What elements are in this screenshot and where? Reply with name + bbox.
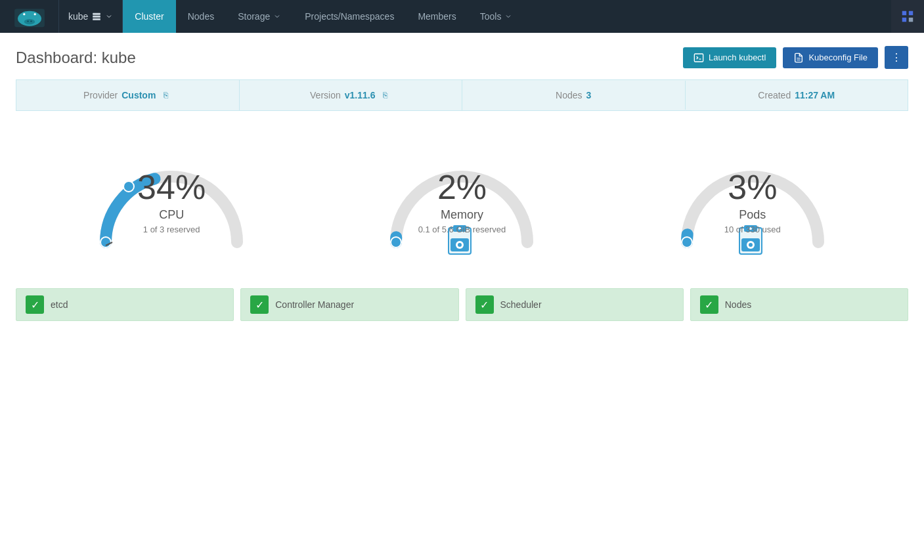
nav-item-cluster[interactable]: Cluster (123, 0, 175, 33)
status-check-nodes: ✓ (700, 295, 718, 314)
more-actions-button[interactable]: ⋮ (885, 46, 908, 69)
status-label-etcd: etcd (51, 299, 68, 310)
status-check-controller-manager: ✓ (250, 295, 269, 314)
svg-point-19 (100, 237, 111, 248)
cpu-label: CPU (137, 208, 206, 222)
svg-rect-14 (902, 18, 906, 22)
pods-gauge-center: 3% Pods 10 of 330 used (724, 170, 781, 234)
svg-point-8 (30, 20, 32, 22)
status-label-nodes: Nodes (725, 299, 751, 310)
info-created: Created 11:27 AM (686, 81, 908, 110)
svg-point-22 (391, 237, 401, 248)
memory-sub: 0.1 of 5.6 GiB reserved (418, 225, 506, 234)
page-header: Dashboard: kube Launch kubectl Kub (0, 33, 924, 79)
nav-right (891, 0, 924, 33)
terminal-icon (693, 53, 704, 63)
cpu-sub: 1 of 3 reserved (137, 225, 206, 234)
copy-provider-icon[interactable]: ⎘ (160, 89, 171, 101)
svg-rect-15 (909, 18, 913, 22)
memory-label: Memory (418, 208, 506, 222)
status-label-scheduler: Scheduler (500, 299, 542, 310)
storage-dropdown-icon (273, 12, 281, 20)
svg-point-6 (24, 19, 34, 24)
nav-item-tools[interactable]: Tools (468, 0, 525, 33)
status-label-controller-manager: Controller Manager (275, 299, 354, 310)
status-scheduler: ✓ Scheduler (466, 288, 684, 321)
status-etcd: ✓ etcd (16, 288, 234, 321)
page-title: Dashboard: kube (16, 49, 136, 67)
info-nodes: Nodes 3 (462, 81, 686, 110)
svg-point-7 (27, 20, 28, 22)
nav-item-nodes[interactable]: Nodes (176, 0, 226, 33)
pods-sub: 10 of 330 used (724, 225, 781, 234)
svg-point-4 (23, 13, 25, 15)
memory-gauge: 2% Memory 0.1 of 5.6 GiB reserved (363, 131, 560, 262)
header-actions: Launch kubectl Kubeconfig File ⋮ (683, 46, 908, 69)
svg-point-35 (749, 243, 753, 247)
status-controller-manager: ✓ Controller Manager (240, 288, 458, 321)
svg-rect-12 (902, 11, 906, 15)
copy-version-icon[interactable]: ⎘ (379, 89, 391, 101)
content-wrapper: Dashboard: kube Launch kubectl Kub (0, 33, 924, 560)
chevron-down-icon (105, 12, 113, 20)
nav-item-members[interactable]: Members (406, 0, 468, 33)
status-check-scheduler: ✓ (475, 295, 494, 314)
pods-gauge: 3% Pods 10 of 330 used (654, 131, 851, 262)
status-nodes: ✓ Nodes (690, 288, 908, 321)
svg-point-28 (458, 243, 462, 247)
svg-point-5 (33, 13, 35, 15)
brand-logo[interactable] (0, 0, 59, 33)
info-bar: Provider Custom ⎘ Version v1.11.6 ⎘ Node… (16, 79, 908, 111)
file-icon (793, 53, 804, 63)
nav-apps-icon[interactable] (891, 0, 924, 33)
svg-rect-11 (93, 18, 101, 20)
cpu-gauge-center: 34% CPU 1 of 3 reserved (137, 170, 206, 234)
tools-dropdown-icon (504, 12, 512, 20)
server-icon (92, 12, 101, 21)
memory-gauge-center: 2% Memory 0.1 of 5.6 GiB reserved (418, 170, 506, 234)
gauges-section: 34% CPU 1 of 3 reserved (0, 111, 924, 275)
svg-point-20 (123, 181, 134, 192)
kubeconfig-button[interactable]: Kubeconfig File (783, 47, 878, 68)
nav-item-projects[interactable]: Projects/Namespaces (293, 0, 406, 33)
nav-item-storage[interactable]: Storage (226, 0, 293, 33)
svg-rect-16 (694, 54, 703, 62)
status-check-etcd: ✓ (26, 295, 44, 314)
cpu-gauge: 34% CPU 1 of 3 reserved (73, 131, 270, 262)
svg-rect-10 (93, 16, 101, 18)
info-version: Version v1.11.6 ⎘ (240, 80, 463, 110)
status-bar: ✓ etcd ✓ Controller Manager ✓ Scheduler … (0, 275, 924, 334)
info-provider: Provider Custom ⎘ (16, 80, 240, 110)
nav-items: Cluster Nodes Storage Projects/Namespace… (123, 0, 891, 33)
cluster-name: kube (68, 11, 88, 22)
navbar: kube Cluster Nodes Storage Projects/Name… (0, 0, 924, 33)
svg-rect-13 (909, 11, 913, 15)
svg-point-29 (682, 237, 692, 248)
pods-label: Pods (724, 208, 781, 222)
cluster-selector[interactable]: kube (59, 0, 123, 33)
svg-rect-9 (93, 13, 101, 15)
launch-kubectl-button[interactable]: Launch kubectl (683, 47, 776, 68)
